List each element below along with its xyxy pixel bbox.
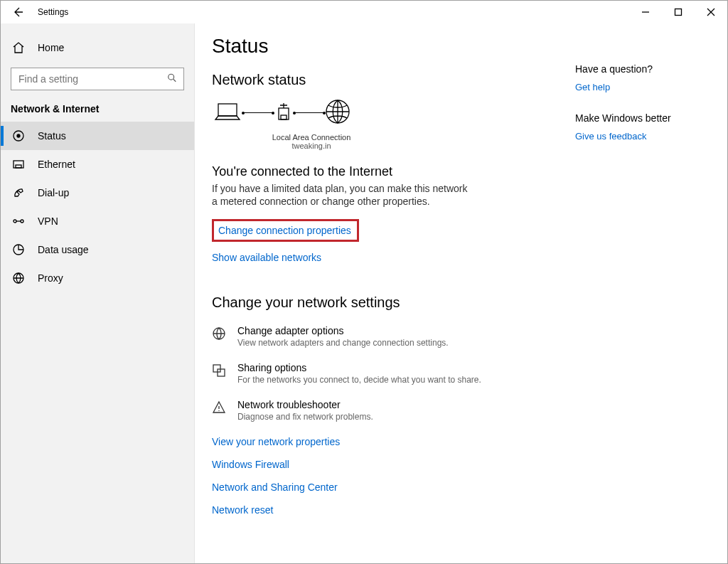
home-button[interactable]: Home [1, 32, 194, 63]
change-adapter-options[interactable]: Change adapter optionsView network adapt… [212, 325, 547, 348]
sidebar-item-label: Ethernet [38, 159, 75, 170]
page-title: Status [212, 35, 547, 58]
dialup-icon [12, 186, 25, 199]
window-title: Settings [29, 7, 68, 17]
change-settings-heading: Change your network settings [212, 294, 547, 311]
router-icon [273, 101, 294, 124]
svg-rect-5 [16, 165, 21, 168]
sidebar: Home Network & Internet Status Ethernet [1, 23, 195, 563]
laptop-icon [212, 101, 243, 124]
svg-rect-12 [281, 115, 287, 119]
svg-point-7 [21, 220, 23, 223]
network-diagram [212, 98, 547, 127]
sidebar-item-label: Proxy [38, 272, 63, 284]
sidebar-item-status[interactable]: Status [1, 122, 194, 150]
home-icon [12, 41, 25, 54]
network-reset-link[interactable]: Network reset [212, 504, 547, 516]
troubleshooter-icon [212, 399, 226, 417]
diagram-label: Local Area Connection tweaking.in [269, 133, 354, 150]
network-sharing-center-link[interactable]: Network and Sharing Center [212, 481, 547, 493]
proxy-icon [12, 272, 25, 284]
svg-rect-11 [279, 108, 289, 119]
highlight-annotation: Change connection properties [212, 219, 359, 242]
view-network-properties-link[interactable]: View your network properties [212, 436, 547, 447]
sidebar-item-dialup[interactable]: Dial-up [1, 179, 194, 207]
svg-rect-15 [213, 365, 220, 372]
windows-firewall-link[interactable]: Windows Firewall [212, 459, 547, 470]
network-troubleshooter[interactable]: Network troubleshooterDiagnose and fix n… [212, 399, 547, 422]
svg-rect-0 [675, 9, 682, 16]
svg-rect-10 [218, 104, 237, 116]
feedback-heading: Make Windows better [575, 112, 710, 124]
sidebar-item-label: Data usage [38, 244, 89, 255]
get-help-link[interactable]: Get help [575, 82, 710, 92]
back-button[interactable] [6, 1, 29, 23]
maximize-button[interactable] [662, 1, 695, 23]
sidebar-item-label: VPN [38, 216, 58, 227]
sidebar-item-proxy[interactable]: Proxy [1, 264, 194, 292]
home-label: Home [38, 42, 64, 53]
network-status-heading: Network status [212, 72, 547, 88]
connected-description: If you have a limited data plan, you can… [212, 182, 468, 208]
svg-rect-4 [14, 161, 23, 168]
change-connection-properties-link[interactable]: Change connection properties [218, 225, 351, 236]
ethernet-icon [12, 158, 25, 171]
help-heading: Have a question? [575, 63, 710, 75]
search-input[interactable] [11, 68, 184, 90]
sidebar-item-vpn[interactable]: VPN [1, 207, 194, 235]
sidebar-item-ethernet[interactable]: Ethernet [1, 150, 194, 179]
main-content: Status Network status Local [195, 23, 727, 563]
aside-panel: Have a question? Get help Make Windows b… [575, 35, 710, 546]
vpn-icon [12, 215, 25, 228]
give-feedback-link[interactable]: Give us feedback [575, 131, 710, 142]
titlebar: Settings [1, 1, 727, 23]
sidebar-category: Network & Internet [1, 100, 194, 122]
sidebar-item-datausage[interactable]: Data usage [1, 235, 194, 264]
connected-title: You're connected to the Internet [212, 164, 547, 179]
adapter-icon [212, 325, 226, 343]
minimize-button[interactable] [629, 1, 662, 23]
svg-point-3 [17, 134, 20, 137]
status-icon [12, 129, 25, 142]
close-button[interactable] [695, 1, 727, 23]
settings-window: Settings Home Network & Inte [0, 0, 728, 564]
sidebar-item-label: Status [38, 130, 66, 142]
sharing-options[interactable]: Sharing optionsFor the networks you conn… [212, 362, 547, 385]
sharing-icon [212, 362, 226, 380]
globe-icon [324, 98, 351, 127]
svg-rect-16 [218, 369, 225, 376]
datausage-icon [12, 243, 25, 256]
svg-point-6 [14, 220, 16, 223]
sidebar-item-label: Dial-up [38, 187, 69, 198]
show-available-networks-link[interactable]: Show available networks [212, 252, 321, 263]
